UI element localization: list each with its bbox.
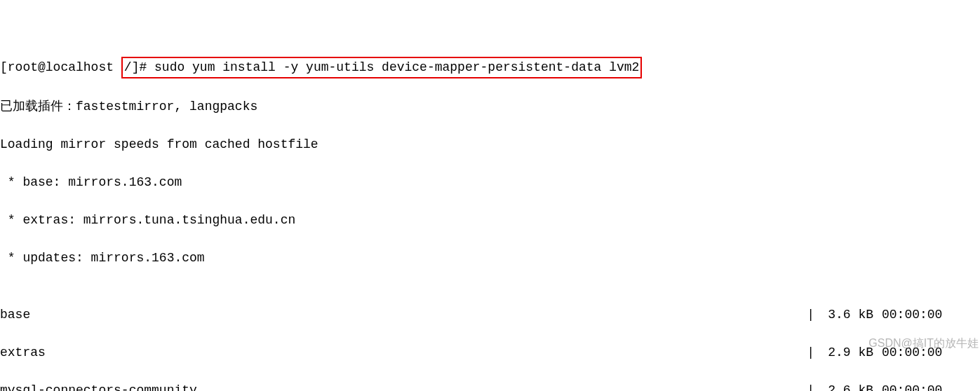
mirror-base: * base: mirrors.163.com: [0, 173, 980, 192]
repo-name: mysql-connectors-community: [0, 381, 197, 391]
separator-bar: |: [807, 381, 819, 391]
mirror-extras: * extras: mirrors.tuna.tsinghua.edu.cn: [0, 211, 980, 230]
repo-name: base: [0, 306, 30, 324]
plugin-line: 已加载插件：fastestmirror, langpacks: [0, 97, 980, 116]
command-highlight: /]# sudo yum install -y yum-utils device…: [121, 57, 643, 78]
prompt-path: /]#: [124, 60, 154, 74]
prompt-prefix: [root@localhost: [0, 60, 121, 74]
repo-row: extras|2.9 kB00:00:00: [0, 343, 980, 362]
repo-name: extras: [0, 343, 46, 362]
repo-row: mysql-connectors-community|2.6 kB00:00:0…: [0, 381, 980, 391]
command-text: sudo yum install -y yum-utils device-map…: [154, 60, 639, 74]
mirror-updates: * updates: mirrors.163.com: [0, 249, 980, 268]
prompt-line[interactable]: [root@localhost /]# sudo yum install -y …: [0, 57, 980, 78]
repo-size: 2.9 kB: [819, 343, 882, 362]
separator-bar: |: [807, 343, 819, 362]
separator-bar: |: [807, 306, 819, 324]
repo-size: 3.6 kB: [819, 306, 882, 324]
repo-time: 00:00:00: [882, 306, 980, 324]
repo-row: base|3.6 kB00:00:00: [0, 306, 980, 324]
repo-time: 00:00:00: [882, 381, 980, 391]
repo-time: 00:00:00: [882, 343, 980, 362]
loading-line: Loading mirror speeds from cached hostfi…: [0, 135, 980, 154]
repo-size: 2.6 kB: [819, 381, 882, 391]
